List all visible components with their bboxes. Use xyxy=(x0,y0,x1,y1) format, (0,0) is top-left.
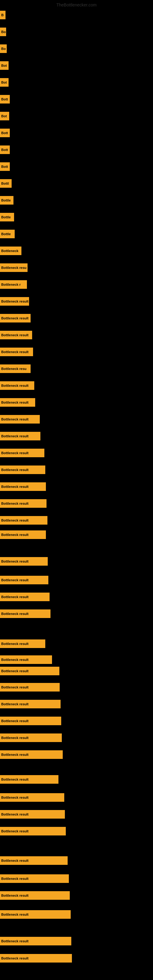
bar-item: B xyxy=(0,11,5,19)
bar-item: Bottleneck resu xyxy=(0,263,27,272)
bar-item: Bottleneck r xyxy=(0,280,27,289)
bottleneck-bar: Bottleneck result xyxy=(0,466,45,474)
bottleneck-bar: Bo xyxy=(0,27,6,36)
bottleneck-bar: Bottleneck result xyxy=(0,415,40,423)
bar-item: Bottleneck result xyxy=(0,856,68,865)
bottleneck-bar: Bottleneck result xyxy=(0,793,64,802)
bottleneck-bar: Bottleneck result xyxy=(0,640,45,648)
bar-item: Bottleneck result xyxy=(0,640,45,648)
bottleneck-bar: Bottle xyxy=(0,196,13,205)
bar-item: Bottleneck result xyxy=(0,937,71,945)
bottleneck-bar: Bottleneck result xyxy=(0,516,48,525)
bar-item: Bottleneck result xyxy=(0,314,30,323)
bottleneck-bar: B xyxy=(0,11,5,19)
bar-item: Bottleneck result xyxy=(0,717,61,725)
bottleneck-bar: Bottleneck result xyxy=(0,314,30,323)
bar-item: Bottle xyxy=(0,213,14,221)
bottleneck-bar: Bottl xyxy=(0,179,12,188)
bottleneck-bar: Bottleneck result xyxy=(0,530,46,539)
bottleneck-bar: Bottleneck xyxy=(0,247,21,255)
bar-item: Bottle xyxy=(0,230,15,238)
bottleneck-bar: Bottleneck result xyxy=(0,331,32,339)
bar-item: Bott xyxy=(0,145,10,154)
bottleneck-bar: Bottleneck resu xyxy=(0,263,27,272)
bar-item: Bottleneck result xyxy=(0,683,60,692)
bottleneck-bar: Bott xyxy=(0,145,10,154)
bar-item: Bottleneck result xyxy=(0,381,34,390)
bottleneck-bar: Bottleneck result xyxy=(0,954,72,963)
bottleneck-bar: Bottleneck result xyxy=(0,297,29,305)
bottleneck-bar: Bottleneck result xyxy=(0,750,63,759)
bottleneck-bar: Bottleneck result xyxy=(0,609,51,618)
bar-item: Bottleneck result xyxy=(0,499,46,508)
bar-item: Bottleneck result xyxy=(0,297,29,305)
bottleneck-bar: Bottleneck result xyxy=(0,482,46,491)
bottleneck-bar: Bot xyxy=(0,61,9,70)
bottleneck-bar: Bottleneck result xyxy=(0,655,52,664)
bar-item: Bottleneck result xyxy=(0,874,69,883)
bar-item: Bot xyxy=(0,61,9,70)
bottleneck-bar: Bottleneck result xyxy=(0,557,48,566)
bottleneck-bar: Bottleneck result xyxy=(0,381,34,390)
bar-item: Bottleneck xyxy=(0,247,21,255)
bar-item: Bottleneck result xyxy=(0,609,51,618)
bottleneck-bar: Bottleneck result xyxy=(0,891,70,900)
bottleneck-bar: Bottleneck resu xyxy=(0,364,30,373)
bottleneck-bar: Bottleneck result xyxy=(0,937,71,945)
bottleneck-bar: Bottleneck r xyxy=(0,280,27,289)
bar-item: Bottle xyxy=(0,196,13,205)
bar-item: Bottl xyxy=(0,179,12,188)
bottleneck-bar: Bottleneck result xyxy=(0,667,59,675)
bottleneck-bar: Bottleneck result xyxy=(0,874,69,883)
bottleneck-bar: Bot xyxy=(0,78,9,87)
bottleneck-bar: Bottleneck result xyxy=(0,700,61,708)
bottleneck-bar: Bottleneck result xyxy=(0,717,61,725)
bottleneck-bar: Bottleneck result xyxy=(0,910,71,919)
bar-item: Bottleneck result xyxy=(0,827,66,835)
bottleneck-bar: Bottleneck result xyxy=(0,683,60,692)
bar-item: Bott xyxy=(0,95,10,103)
bottleneck-bar: Bottleneck result xyxy=(0,733,62,742)
bottleneck-bar: Bottle xyxy=(0,230,15,238)
bottleneck-bar: Bott xyxy=(0,95,10,103)
bar-item: Bottleneck result xyxy=(0,700,61,708)
bottleneck-bar: Bottleneck result xyxy=(0,398,35,407)
bottleneck-bar: Bottleneck result xyxy=(0,576,48,584)
bar-item: Bottleneck result xyxy=(0,775,59,784)
bottleneck-bar: Bottleneck result xyxy=(0,856,68,865)
bar-item: Bo xyxy=(0,27,6,36)
bottleneck-bar: Bottleneck result xyxy=(0,775,59,784)
bottleneck-bar: Bott xyxy=(0,129,10,137)
bar-item: Bottleneck result xyxy=(0,415,40,423)
bottleneck-bar: Bot xyxy=(0,112,9,120)
bar-item: Bottleneck result xyxy=(0,954,72,963)
bar-item: Bottleneck resu xyxy=(0,364,30,373)
bar-item: Bottleneck result xyxy=(0,466,45,474)
bottleneck-bar: Bottleneck result xyxy=(0,499,46,508)
bottleneck-bar: Bottle xyxy=(0,213,14,221)
site-title: TheBottlenecker.com xyxy=(56,2,97,7)
bottleneck-bar: Bottleneck result xyxy=(0,348,33,356)
bar-item: Bo xyxy=(0,45,7,53)
bottleneck-bar: Bo xyxy=(0,45,7,53)
bar-item: Bot xyxy=(0,78,9,87)
bar-item: Bottleneck result xyxy=(0,733,62,742)
bar-item: Bottleneck result xyxy=(0,482,46,491)
bar-item: Bottleneck result xyxy=(0,810,65,819)
bar-item: Bottleneck result xyxy=(0,398,35,407)
bottleneck-bar: Bottleneck result xyxy=(0,593,49,601)
bar-item: Bott xyxy=(0,129,10,137)
bar-item: Bottleneck result xyxy=(0,516,48,525)
bar-item: Bot xyxy=(0,112,9,120)
bottleneck-bar: Bottleneck result xyxy=(0,432,40,441)
bar-item: Bottleneck result xyxy=(0,910,71,919)
bar-item: Bottleneck result xyxy=(0,576,48,584)
bottleneck-bar: Bottleneck result xyxy=(0,810,65,819)
bar-item: Bottleneck result xyxy=(0,667,59,675)
bar-item: Bottleneck result xyxy=(0,557,48,566)
bar-item: Bottleneck result xyxy=(0,593,49,601)
bottleneck-bar: Bottleneck result xyxy=(0,449,45,457)
bar-item: Bottleneck result xyxy=(0,331,32,339)
bar-item: Bott xyxy=(0,162,10,171)
bar-item: Bottleneck result xyxy=(0,891,70,900)
